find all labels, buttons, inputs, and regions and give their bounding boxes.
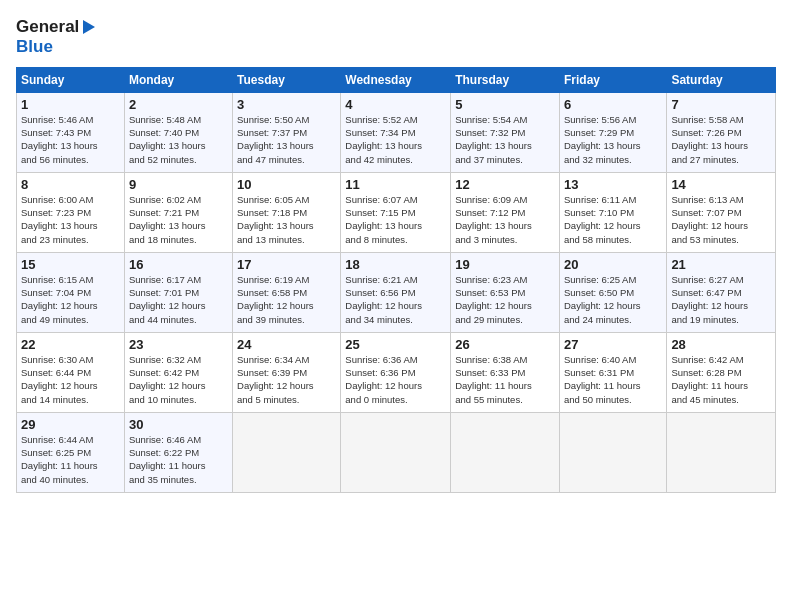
calendar-cell-27: 27Sunrise: 6:40 AMSunset: 6:31 PMDayligh…: [559, 332, 666, 412]
calendar-cell-12: 12Sunrise: 6:09 AMSunset: 7:12 PMDayligh…: [451, 172, 560, 252]
calendar-cell-17: 17Sunrise: 6:19 AMSunset: 6:58 PMDayligh…: [233, 252, 341, 332]
calendar-cell-5: 5Sunrise: 5:54 AMSunset: 7:32 PMDaylight…: [451, 92, 560, 172]
calendar-cell-23: 23Sunrise: 6:32 AMSunset: 6:42 PMDayligh…: [124, 332, 232, 412]
logo: General Blue: [16, 16, 103, 57]
calendar-cell-1: 1Sunrise: 5:46 AMSunset: 7:43 PMDaylight…: [17, 92, 125, 172]
calendar-cell-25: 25Sunrise: 6:36 AMSunset: 6:36 PMDayligh…: [341, 332, 451, 412]
logo-text: General Blue: [16, 16, 103, 57]
calendar-cell-empty: [667, 412, 776, 492]
calendar-cell-24: 24Sunrise: 6:34 AMSunset: 6:39 PMDayligh…: [233, 332, 341, 412]
col-header-sunday: Sunday: [17, 67, 125, 92]
calendar-cell-empty: [341, 412, 451, 492]
calendar-cell-empty: [559, 412, 666, 492]
logo-arrow-icon: [81, 16, 103, 38]
col-header-friday: Friday: [559, 67, 666, 92]
calendar-cell-empty: [233, 412, 341, 492]
logo-blue: Blue: [16, 38, 103, 57]
calendar-cell-8: 8Sunrise: 6:00 AMSunset: 7:23 PMDaylight…: [17, 172, 125, 252]
calendar-cell-28: 28Sunrise: 6:42 AMSunset: 6:28 PMDayligh…: [667, 332, 776, 412]
calendar-cell-29: 29Sunrise: 6:44 AMSunset: 6:25 PMDayligh…: [17, 412, 125, 492]
calendar-cell-19: 19Sunrise: 6:23 AMSunset: 6:53 PMDayligh…: [451, 252, 560, 332]
calendar-cell-6: 6Sunrise: 5:56 AMSunset: 7:29 PMDaylight…: [559, 92, 666, 172]
calendar-cell-7: 7Sunrise: 5:58 AMSunset: 7:26 PMDaylight…: [667, 92, 776, 172]
calendar-cell-13: 13Sunrise: 6:11 AMSunset: 7:10 PMDayligh…: [559, 172, 666, 252]
calendar-cell-18: 18Sunrise: 6:21 AMSunset: 6:56 PMDayligh…: [341, 252, 451, 332]
calendar-cell-16: 16Sunrise: 6:17 AMSunset: 7:01 PMDayligh…: [124, 252, 232, 332]
col-header-monday: Monday: [124, 67, 232, 92]
calendar-cell-30: 30Sunrise: 6:46 AMSunset: 6:22 PMDayligh…: [124, 412, 232, 492]
calendar-cell-10: 10Sunrise: 6:05 AMSunset: 7:18 PMDayligh…: [233, 172, 341, 252]
svg-marker-0: [83, 20, 95, 34]
calendar-cell-2: 2Sunrise: 5:48 AMSunset: 7:40 PMDaylight…: [124, 92, 232, 172]
calendar-cell-22: 22Sunrise: 6:30 AMSunset: 6:44 PMDayligh…: [17, 332, 125, 412]
calendar-cell-15: 15Sunrise: 6:15 AMSunset: 7:04 PMDayligh…: [17, 252, 125, 332]
col-header-wednesday: Wednesday: [341, 67, 451, 92]
calendar-cell-20: 20Sunrise: 6:25 AMSunset: 6:50 PMDayligh…: [559, 252, 666, 332]
calendar-cell-21: 21Sunrise: 6:27 AMSunset: 6:47 PMDayligh…: [667, 252, 776, 332]
page-header: General Blue: [16, 16, 776, 57]
col-header-tuesday: Tuesday: [233, 67, 341, 92]
calendar-cell-4: 4Sunrise: 5:52 AMSunset: 7:34 PMDaylight…: [341, 92, 451, 172]
calendar-cell-9: 9Sunrise: 6:02 AMSunset: 7:21 PMDaylight…: [124, 172, 232, 252]
logo-general: General: [16, 18, 79, 37]
calendar-cell-26: 26Sunrise: 6:38 AMSunset: 6:33 PMDayligh…: [451, 332, 560, 412]
col-header-saturday: Saturday: [667, 67, 776, 92]
calendar-cell-11: 11Sunrise: 6:07 AMSunset: 7:15 PMDayligh…: [341, 172, 451, 252]
calendar-cell-14: 14Sunrise: 6:13 AMSunset: 7:07 PMDayligh…: [667, 172, 776, 252]
col-header-thursday: Thursday: [451, 67, 560, 92]
calendar-cell-3: 3Sunrise: 5:50 AMSunset: 7:37 PMDaylight…: [233, 92, 341, 172]
calendar-table: SundayMondayTuesdayWednesdayThursdayFrid…: [16, 67, 776, 493]
calendar-cell-empty: [451, 412, 560, 492]
